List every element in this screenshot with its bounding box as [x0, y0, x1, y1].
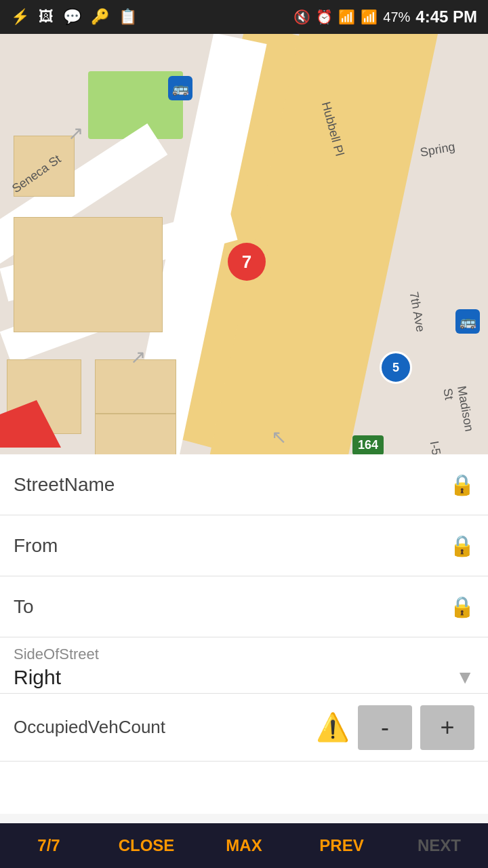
road-arrow-3: ↖: [271, 426, 287, 448]
from-field[interactable]: From 🔒: [0, 515, 488, 576]
to-lock-icon: 🔒: [449, 595, 474, 618]
occupied-veh-count-label: OccupiedVehCount: [14, 717, 308, 738]
bottom-nav-bar: 7/7 CLOSE MAX PREV NEXT: [0, 823, 488, 868]
building-block-5: [95, 414, 176, 454]
side-of-street-field[interactable]: SideOfStreet Right ▼: [0, 637, 488, 694]
street-name-lock-icon: 🔒: [449, 473, 474, 496]
from-lock-icon: 🔒: [449, 534, 474, 557]
page-indicator: 7/7: [0, 823, 98, 868]
wifi-icon: 📶: [338, 9, 355, 25]
warning-icon: ⚠️: [316, 711, 350, 743]
next-button[interactable]: NEXT: [390, 823, 488, 868]
minus-button[interactable]: -: [358, 705, 412, 750]
usb-icon: ⚡: [11, 8, 29, 26]
status-icons-right: 🔇 ⏰ 📶 📶 47% 4:45 PM: [293, 7, 477, 26]
status-bar: ⚡ 🖼 💬 🔑 📋 🔇 ⏰ 📶 📶 47% 4:45 PM: [0, 0, 488, 34]
close-button[interactable]: CLOSE: [98, 823, 195, 868]
prev-button[interactable]: PREV: [293, 823, 390, 868]
street-name-field[interactable]: StreetName 🔒: [0, 454, 488, 515]
route-sign-164: 164: [352, 435, 384, 454]
time-display: 4:45 PM: [415, 7, 477, 26]
side-of-street-label: SideOfStreet: [14, 646, 474, 663]
street-name-label: StreetName: [14, 474, 115, 496]
alarm-icon: ⏰: [316, 9, 333, 25]
road-arrow-1: ↗: [68, 122, 83, 144]
max-button[interactable]: MAX: [195, 823, 293, 868]
bus-stop-icon-1: 🚌: [168, 76, 192, 100]
mute-icon: 🔇: [293, 9, 310, 25]
side-of-street-value: Right: [14, 666, 61, 689]
image-icon: 🖼: [39, 8, 54, 26]
status-icons-left: ⚡ 🖼 💬 🔑 📋: [11, 8, 137, 26]
bus-stop-icon-2: 🚌: [455, 309, 480, 334]
map-area[interactable]: 7 🚌 🚌 5 164 Seneca St Hubbell Pl 7th Ave…: [0, 34, 488, 454]
to-label: To: [14, 596, 34, 618]
building-block-1: [14, 217, 163, 332]
clipboard-icon: 📋: [119, 8, 137, 26]
plus-button[interactable]: +: [420, 705, 474, 750]
interstate-sign-5: 5: [380, 351, 412, 384]
road-arrow-2: ↗: [130, 346, 146, 368]
battery-text: 47%: [383, 9, 410, 25]
to-field[interactable]: To 🔒: [0, 576, 488, 637]
key-icon: 🔑: [91, 8, 109, 26]
side-of-street-value-row[interactable]: Right ▼: [14, 666, 474, 689]
signal-icon: 📶: [361, 9, 378, 25]
map-marker-7[interactable]: 7: [228, 243, 266, 281]
form-area: StreetName 🔒 From 🔒 To 🔒 SideOfStreet Ri…: [0, 454, 488, 814]
occupied-veh-count-field[interactable]: OccupiedVehCount ⚠️ - +: [0, 694, 488, 762]
chevron-down-icon: ▼: [455, 667, 474, 688]
from-label: From: [14, 535, 58, 557]
whatsapp-icon: 💬: [63, 8, 81, 26]
